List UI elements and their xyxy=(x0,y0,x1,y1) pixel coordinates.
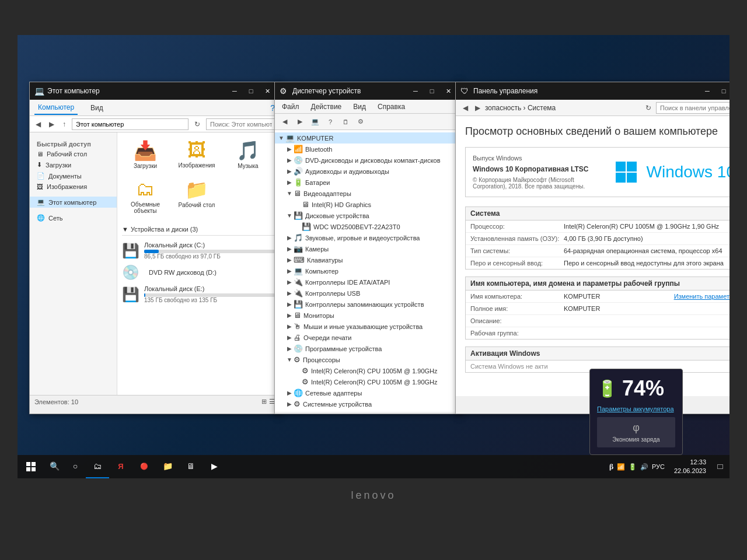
tree-item-cameras[interactable]: ▶ 📷 Камеры xyxy=(275,243,460,254)
explorer-maximize[interactable]: □ xyxy=(243,83,259,99)
tree-item-monitors[interactable]: ▶ 🖥 Мониторы xyxy=(275,310,460,321)
sysinfo-minimize[interactable]: ─ xyxy=(700,83,715,99)
tray-bluetooth-icon[interactable]: 𝛃 xyxy=(609,462,613,471)
devmgr-close[interactable]: ✕ xyxy=(441,83,456,99)
sysinfo-refresh[interactable]: ↻ xyxy=(643,103,654,113)
tb-props[interactable]: 🗒 xyxy=(339,116,352,128)
tree-item-audio[interactable]: ▶ 🔊 Аудиовходы и аудиовыходы xyxy=(275,166,460,177)
info-label-fullname: Полное имя: xyxy=(470,305,564,312)
tb-help[interactable]: ? xyxy=(324,116,337,128)
tray-network-icon[interactable]: 📶 xyxy=(617,463,625,471)
tree-root[interactable]: ▼ 💻 KOMPUTER xyxy=(275,132,460,144)
folder-3d-icon: 🗂 xyxy=(136,178,155,200)
tree-usb-expand: ▶ xyxy=(285,290,294,296)
folder-item-3d[interactable]: 🗂 Объемные объекты xyxy=(122,176,169,216)
show-desktop-btn[interactable] xyxy=(711,455,729,478)
tree-item-video[interactable]: ▼ 🖥 Видеоадаптеры xyxy=(275,188,460,199)
dvd-item[interactable]: 💿 DVD RW дисковод (D:) xyxy=(122,262,275,283)
tree-item-print[interactable]: ▶ 🖨 Очереди печати xyxy=(275,332,460,343)
folder-item-downloads[interactable]: 📥 Загрузки xyxy=(122,137,169,172)
sidebar-documents-icon: 📄 xyxy=(37,172,45,180)
menu-action[interactable]: Действие xyxy=(309,102,344,112)
taskbar-folder[interactable]: 📁 xyxy=(156,455,179,478)
battery-params-link[interactable]: Параметры аккумулятора xyxy=(597,405,675,412)
tree-item-dvd[interactable]: ▶ 💿 DVD-дисководы и дисководы компакт-ди… xyxy=(275,155,460,166)
taskbar-yandex[interactable]: Я xyxy=(109,455,132,478)
sidebar-item-documents[interactable]: 📄 Документы xyxy=(30,170,117,181)
tree-item-keyboards[interactable]: ▶ ⌨ Клавиатуры xyxy=(275,254,460,265)
tray-battery-icon[interactable]: 🔋 xyxy=(629,463,637,471)
tree-item-battery[interactable]: ▶ 🔋 Батареи xyxy=(275,177,460,188)
tray-volume-icon[interactable]: 🔊 xyxy=(640,463,648,471)
taskbar-monitor[interactable]: 🖥 xyxy=(179,455,203,478)
tb-back[interactable]: ◀ xyxy=(278,116,291,128)
taskbar-cortana[interactable]: ○ xyxy=(65,455,86,478)
tree-item-wdc[interactable]: 💾 WDC WD2500BEVT-22A23T0 xyxy=(275,221,460,232)
sidebar-item-desktop[interactable]: 🖥 Рабочий стол xyxy=(30,149,117,159)
folder-item-desktop[interactable]: 📁 Рабочий стол xyxy=(173,176,220,216)
ribbon-tab-view[interactable]: Вид xyxy=(87,102,107,114)
ribbon-tab-computer[interactable]: Компьютер xyxy=(34,101,78,115)
tb-forward[interactable]: ▶ xyxy=(294,116,306,128)
explorer-minimize[interactable]: ─ xyxy=(227,83,242,99)
tree-item-cpu2[interactable]: ⚙ Intel(R) Celeron(R) CPU 1005M @ 1.90GH… xyxy=(275,376,460,387)
sysinfo-maximize[interactable]: □ xyxy=(716,83,729,99)
tree-item-sound[interactable]: ▶ 🎵 Звуковые, игровые и видеоустройства xyxy=(275,232,460,243)
tree-item-intel-hd[interactable]: 🖥 Intel(R) HD Graphics xyxy=(275,199,460,210)
nav-back[interactable]: ◀ xyxy=(33,119,43,130)
folder-item-music[interactable]: 🎵 Музыка xyxy=(225,137,271,172)
tree-item-disks[interactable]: ▼ 💾 Дисковые устройства xyxy=(275,210,460,221)
tree-dvd-label: DVD-дисководы и дисководы компакт-дисков xyxy=(305,157,441,164)
explorer-close[interactable]: ✕ xyxy=(260,83,275,99)
tree-item-bluetooth[interactable]: ▶ 📶 Bluetooth xyxy=(275,144,460,155)
taskbar-explorer[interactable]: 🗂 xyxy=(86,455,109,478)
start-button[interactable] xyxy=(18,455,44,478)
tree-item-system-devices[interactable]: ▶ ⚙ Системные устройства xyxy=(275,398,460,410)
tree-item-cpu1[interactable]: ⚙ Intel(R) Celeron(R) CPU 1005M @ 1.90GH… xyxy=(275,365,460,376)
tree-item-mice[interactable]: ▶ 🖱 Мыши и иные указывающие устройства xyxy=(275,321,460,332)
tree-item-storage[interactable]: ▶ 💾 Контроллеры запоминающих устройств xyxy=(275,299,460,310)
sidebar-item-images[interactable]: 🖼 Изображения xyxy=(30,181,117,192)
tree-cameras-expand: ▶ xyxy=(285,246,294,252)
menu-file[interactable]: Файл xyxy=(280,102,302,112)
folder-item-images[interactable]: 🖼 Изображения xyxy=(173,137,220,172)
tree-item-cpu[interactable]: ▼ ⚙ Процессоры xyxy=(275,354,460,365)
taskbar-app[interactable]: ▶ xyxy=(203,455,226,478)
sidebar-item-this-pc[interactable]: 💻 Этот компьютер xyxy=(30,197,117,208)
tree-item-computer[interactable]: ▶ 💻 Компьютер xyxy=(275,265,460,276)
change-params-link[interactable]: Изменить параметры xyxy=(674,293,729,300)
list-view-btn[interactable]: ⊞ xyxy=(261,398,267,405)
disk-e-item[interactable]: 💾 Локальный диск (E:) 135 ГБ свободно из… xyxy=(122,283,275,306)
devmgr-minimize[interactable]: ─ xyxy=(408,83,423,99)
menu-view[interactable]: Вид xyxy=(351,102,368,112)
tree-bluetooth-label: Bluetooth xyxy=(305,146,332,153)
sidebar-item-downloads[interactable]: ⬇ Загрузки xyxy=(30,159,117,170)
taskbar-clock[interactable]: 12:33 22.06.2023 xyxy=(669,458,711,476)
sysinfo-back[interactable]: ◀ xyxy=(460,103,470,113)
tree-sysdev-expand: ▶ xyxy=(285,401,294,407)
nav-up[interactable]: ↑ xyxy=(60,119,68,130)
devmgr-maximize[interactable]: □ xyxy=(424,83,439,99)
sidebar-item-network[interactable]: 🌐 Сеть xyxy=(30,212,117,223)
tb-more[interactable]: ⚙ xyxy=(354,116,367,128)
disk-c-item[interactable]: 💾 Локальный диск (C:) 86,5 ГБ свободно и… xyxy=(122,239,275,262)
tree-mice-expand: ▶ xyxy=(285,323,294,330)
tree-item-network-adapters[interactable]: ▶ 🌐 Сетевые адаптеры xyxy=(275,387,460,398)
nav-forward[interactable]: ▶ xyxy=(47,119,57,130)
address-path[interactable]: Этот компьютер xyxy=(72,118,189,130)
tree-item-ide[interactable]: ▶ 🔌 Контроллеры IDE ATA/ATAPI xyxy=(275,276,460,288)
tree-item-usb[interactable]: ▶ 🔌 Контроллеры USB xyxy=(275,288,460,299)
quick-access-label: Быстрый доступ xyxy=(30,137,117,149)
refresh-btn[interactable]: ↻ xyxy=(192,119,203,130)
menu-help[interactable]: Справка xyxy=(375,102,407,112)
tree-item-software[interactable]: ▶ 💿 Программные устройства xyxy=(275,343,460,354)
sysinfo-search[interactable] xyxy=(656,102,729,114)
search-input[interactable] xyxy=(206,118,276,130)
taskbar-yandex-browser[interactable]: 🔴 xyxy=(132,455,156,478)
battery-mode[interactable]: φ Экономия заряда xyxy=(597,417,675,447)
tb-pc[interactable]: 💻 xyxy=(309,116,322,128)
sysinfo-forward[interactable]: ▶ xyxy=(473,103,483,113)
tray-lang[interactable]: РУС xyxy=(652,463,665,470)
tree-cpu-label: Процессоры xyxy=(303,356,340,363)
taskbar-search[interactable]: 🔍 xyxy=(44,455,65,478)
